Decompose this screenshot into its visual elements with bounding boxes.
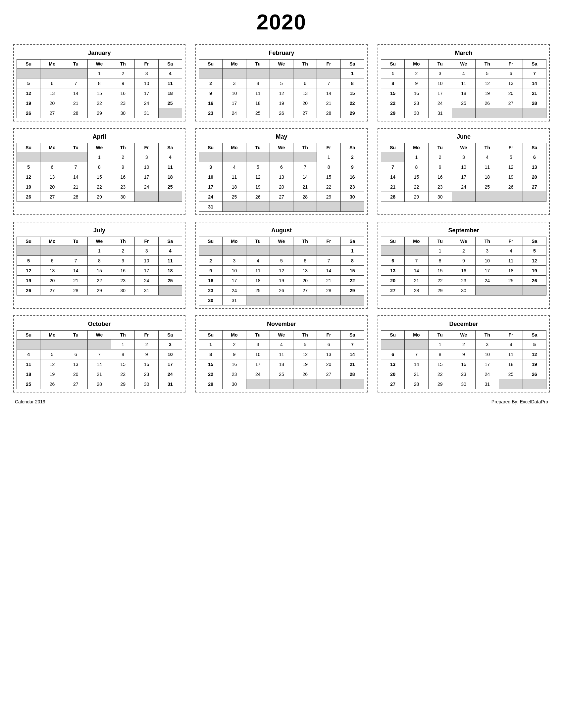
day-cell: 10 <box>199 172 222 182</box>
day-cell: 31 <box>199 202 222 212</box>
day-cell: 10 <box>452 162 475 172</box>
month-name: May <box>199 131 364 143</box>
day-cell: 15 <box>317 172 341 182</box>
day-header-tu: Tu <box>246 143 269 152</box>
day-header-mo: Mo <box>405 237 428 246</box>
month-block-august: AugustSuMoTuWeThFrSa12345678910111213141… <box>195 222 368 309</box>
day-cell <box>64 246 87 256</box>
day-cell: 22 <box>341 98 364 108</box>
day-cell: 2 <box>111 246 135 256</box>
day-cell: 21 <box>317 98 341 108</box>
month-name: November <box>199 319 364 330</box>
day-cell: 19 <box>269 98 293 108</box>
day-cell: 10 <box>222 88 246 98</box>
week-row: 23242526272829 <box>199 286 364 296</box>
day-header-tu: Tu <box>428 60 452 68</box>
day-cell: 7 <box>64 78 87 88</box>
day-cell: 12 <box>294 349 317 359</box>
day-cell: 30 <box>452 379 475 389</box>
day-header-tu: Tu <box>246 60 269 68</box>
month-name: October <box>17 319 182 330</box>
day-cell: 28 <box>294 192 317 202</box>
day-cell: 21 <box>64 98 87 108</box>
day-cell: 22 <box>87 276 111 286</box>
day-cell: 10 <box>135 256 158 266</box>
day-cell: 2 <box>428 152 452 162</box>
day-cell: 14 <box>64 266 87 276</box>
day-header-tu: Tu <box>428 237 452 246</box>
day-cell: 29 <box>405 192 428 202</box>
day-cell: 30 <box>199 296 222 305</box>
day-cell: 20 <box>269 182 293 192</box>
day-header-th: Th <box>476 237 499 246</box>
day-cell: 1 <box>428 246 452 256</box>
month-name: July <box>17 225 182 237</box>
day-cell: 17 <box>135 266 158 276</box>
week-row: 3456789 <box>199 162 364 172</box>
day-cell: 28 <box>523 98 546 108</box>
day-cell: 14 <box>64 172 87 182</box>
week-row: 1234567 <box>199 340 364 349</box>
day-cell: 29 <box>199 379 222 389</box>
day-header-sa: Sa <box>158 60 182 68</box>
day-cell: 29 <box>111 379 135 389</box>
day-header-we: We <box>269 143 293 152</box>
day-cell: 9 <box>199 88 222 98</box>
day-cell: 15 <box>341 88 364 98</box>
day-cell: 27 <box>269 192 293 202</box>
day-cell: 24 <box>476 276 499 286</box>
day-cell: 9 <box>405 78 428 88</box>
month-name: August <box>199 225 364 237</box>
day-cell: 4 <box>452 68 475 78</box>
day-cell: 15 <box>199 359 222 369</box>
day-cell: 23 <box>222 369 246 379</box>
day-cell: 17 <box>222 98 246 108</box>
month-name: April <box>17 131 182 143</box>
day-cell <box>135 192 158 202</box>
week-row: 18192021222324 <box>17 369 182 379</box>
day-cell: 14 <box>317 88 341 98</box>
day-cell: 15 <box>87 88 111 98</box>
day-cell: 23 <box>341 182 364 192</box>
day-cell: 8 <box>87 78 111 88</box>
day-cell: 22 <box>87 98 111 108</box>
day-cell: 4 <box>222 162 246 172</box>
day-cell: 18 <box>246 98 269 108</box>
day-header-we: We <box>452 237 475 246</box>
day-cell: 23 <box>428 182 452 192</box>
day-cell: 19 <box>40 369 64 379</box>
day-cell: 2 <box>452 340 475 349</box>
day-header-su: Su <box>199 237 222 246</box>
day-cell <box>381 340 405 349</box>
day-cell: 9 <box>428 162 452 172</box>
day-cell: 16 <box>111 266 135 276</box>
week-row: 1234 <box>17 246 182 256</box>
day-header-th: Th <box>476 331 499 340</box>
day-cell: 24 <box>135 182 158 192</box>
day-cell <box>246 296 269 305</box>
day-header-su: Su <box>381 143 405 152</box>
day-header-su: Su <box>17 143 40 152</box>
day-cell <box>476 108 499 118</box>
day-cell: 5 <box>246 162 269 172</box>
day-cell: 14 <box>64 88 87 98</box>
week-row: 16171819202122 <box>199 276 364 286</box>
day-header-su: Su <box>17 331 40 340</box>
day-cell: 19 <box>17 98 40 108</box>
day-header-th: Th <box>294 60 317 68</box>
day-header-su: Su <box>381 331 405 340</box>
day-cell <box>317 246 341 256</box>
day-cell: 11 <box>158 78 182 88</box>
day-cell: 26 <box>246 192 269 202</box>
day-cell: 7 <box>405 349 428 359</box>
day-header-sa: Sa <box>523 143 546 152</box>
month-table: SuMoTuWeThFrSa12345678910111213141516171… <box>199 237 364 305</box>
day-cell: 23 <box>199 108 222 118</box>
month-block-january: JanuarySuMoTuWeThFrSa1234567891011121314… <box>13 44 185 121</box>
day-header-sa: Sa <box>341 60 364 68</box>
day-cell: 25 <box>452 98 475 108</box>
day-cell: 19 <box>269 276 293 286</box>
day-cell: 30 <box>405 108 428 118</box>
day-cell: 20 <box>40 182 64 192</box>
month-table: SuMoTuWeThFrSa12345678910111213141516171… <box>199 143 364 212</box>
